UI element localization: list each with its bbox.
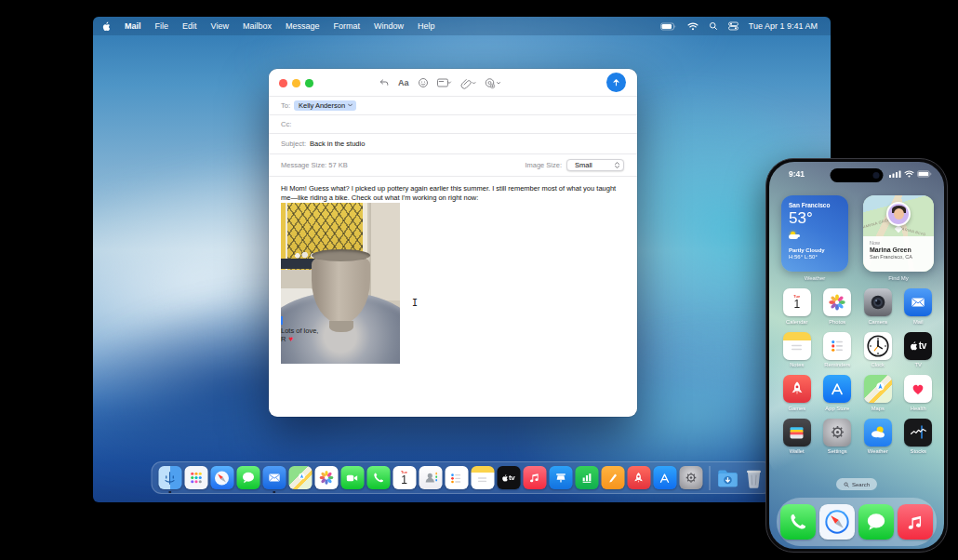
dock-photos-icon[interactable]: [314, 466, 338, 489]
menu-mail[interactable]: Mail: [125, 21, 141, 31]
spotlight-search-icon[interactable]: [709, 21, 718, 31]
menu-format[interactable]: Format: [333, 21, 360, 31]
menu-edit[interactable]: Edit: [182, 21, 197, 31]
close-window-button[interactable]: [279, 79, 287, 87]
control-center-icon[interactable]: [728, 21, 738, 31]
dynamic-island: [831, 168, 884, 182]
phone-dock-safari-icon[interactable]: [819, 504, 855, 540]
dock-safari-icon[interactable]: [210, 466, 233, 489]
dock-downloads-icon[interactable]: [716, 466, 739, 489]
dock-phone-icon[interactable]: [366, 466, 390, 489]
dock-mail-icon[interactable]: [262, 466, 286, 489]
phone-dock-music-icon[interactable]: [898, 504, 933, 540]
dock-pages-icon[interactable]: [601, 466, 624, 489]
menu-view[interactable]: View: [211, 21, 229, 31]
dock-contacts-icon[interactable]: [419, 466, 442, 489]
dock-settings-icon[interactable]: [679, 466, 702, 489]
photo-door-detail: [369, 203, 400, 300]
dock-music-icon[interactable]: [523, 466, 546, 489]
ibeam-cursor: I: [412, 298, 419, 308]
find-my-widget[interactable]: MARINA GREEN DR MARINA BLVD Now Marina G…: [863, 195, 934, 272]
attachment-button[interactable]: [460, 77, 476, 89]
menu-mailbox[interactable]: Mailbox: [243, 21, 272, 31]
window-titlebar[interactable]: Aa: [269, 69, 637, 97]
phone-app-appstore[interactable]: App Store: [818, 373, 858, 417]
insert-photo-button[interactable]: [485, 77, 501, 89]
apple-menu-icon[interactable]: [102, 21, 111, 32]
menu-help[interactable]: Help: [418, 21, 435, 31]
dock-games-icon[interactable]: [627, 466, 650, 489]
phone-app-health[interactable]: Health: [898, 373, 939, 417]
header-fields-button[interactable]: [437, 77, 452, 88]
phone-dock-phone-icon[interactable]: [780, 504, 816, 540]
mac-desktop: Mail File Edit View Mailbox Message Form…: [93, 17, 831, 502]
send-button[interactable]: [606, 73, 626, 92]
subject-value: Back in the studio: [310, 140, 365, 148]
dock-facetime-icon[interactable]: [340, 466, 364, 489]
dock-keynote-icon[interactable]: [549, 466, 572, 489]
phone-app-weather[interactable]: Weather: [858, 417, 898, 460]
pottery-photo-attachment[interactable]: [281, 203, 400, 364]
phone-dock-messages-icon[interactable]: [858, 504, 894, 540]
menu-message[interactable]: Message: [286, 21, 320, 31]
size-row: Message Size: 57 KB Image Size: Small: [269, 154, 637, 177]
find-my-time: Now: [870, 240, 927, 246]
phone-app-maps[interactable]: Maps: [858, 373, 898, 417]
phone-app-mail[interactable]: Mail: [898, 287, 939, 330]
wifi-icon[interactable]: [687, 22, 699, 31]
dock-numbers-icon[interactable]: [575, 466, 598, 489]
wifi-icon: [904, 170, 914, 178]
phone-app-photos[interactable]: Photos: [818, 287, 858, 330]
to-field[interactable]: To: Kelly Anderson: [269, 97, 637, 115]
phone-app-settings[interactable]: Settings: [818, 417, 858, 460]
menu-bar-clock[interactable]: Tue Apr 1 9:41 AM: [749, 21, 818, 31]
front-camera: [873, 172, 880, 179]
phone-app-notes[interactable]: Notes: [777, 330, 818, 374]
format-button[interactable]: Aa: [398, 78, 409, 87]
weather-temp: 53°: [789, 209, 841, 228]
dock-calendar-icon[interactable]: Tue1: [393, 466, 416, 489]
menu-file[interactable]: File: [155, 21, 169, 31]
iphone-device: 9:41 San Francisco 53° Partly Cloudy H:5…: [765, 158, 948, 553]
find-my-avatar: [886, 202, 911, 226]
iphone-clock: 9:41: [789, 169, 805, 179]
search-icon: [844, 482, 849, 487]
menu-bar: Mail File Edit View Mailbox Message Form…: [93, 17, 831, 35]
image-size-dropdown[interactable]: Small: [566, 159, 624, 171]
cc-label: Cc:: [281, 120, 291, 128]
dock-finder-icon[interactable]: [158, 466, 181, 489]
zoom-window-button[interactable]: [305, 79, 313, 87]
subject-field[interactable]: Subject: Back in the studio: [269, 134, 637, 154]
phone-app-reminders[interactable]: Reminders: [818, 330, 858, 374]
battery-icon[interactable]: [660, 22, 677, 31]
find-my-location: San Francisco, CA: [870, 254, 927, 260]
cc-field[interactable]: Cc:: [269, 115, 637, 135]
dock-maps-icon[interactable]: [288, 466, 312, 489]
phone-app-stocks[interactable]: Stocks: [898, 417, 939, 460]
message-size-label: Message Size: 57 KB: [281, 161, 348, 169]
find-my-place: Marina Green: [870, 247, 927, 253]
emoji-button[interactable]: [418, 77, 429, 88]
recipient-token[interactable]: Kelly Anderson: [294, 100, 356, 112]
dock-trash-icon[interactable]: [742, 466, 765, 489]
phone-app-wallet[interactable]: Wallet: [777, 417, 818, 460]
home-search-pill[interactable]: Search: [836, 478, 877, 490]
dock-appstore-icon[interactable]: [653, 466, 676, 489]
dock-notes-icon[interactable]: [471, 466, 494, 489]
weather-widget[interactable]: San Francisco 53° Partly Cloudy H:56° L:…: [781, 195, 848, 272]
undo-button[interactable]: [379, 77, 390, 88]
dock-reminders-icon[interactable]: [445, 466, 468, 489]
dock-messages-icon[interactable]: [236, 466, 259, 489]
popup-arrows-icon: [614, 161, 620, 169]
dock-launchpad-icon[interactable]: [184, 466, 207, 489]
dock-divider: [709, 466, 710, 490]
phone-app-calendar[interactable]: Tue1Calendar: [777, 287, 818, 330]
phone-app-games[interactable]: Games: [777, 373, 818, 417]
minimize-window-button[interactable]: [292, 79, 300, 87]
heart-emoji: ♥: [288, 335, 293, 343]
phone-app-tv[interactable]: tv TV: [898, 330, 939, 374]
phone-app-clock[interactable]: Clock: [858, 330, 898, 374]
menu-window[interactable]: Window: [374, 21, 404, 31]
dock-tv-icon[interactable]: tv: [497, 466, 520, 489]
phone-app-camera[interactable]: Camera: [858, 287, 898, 330]
